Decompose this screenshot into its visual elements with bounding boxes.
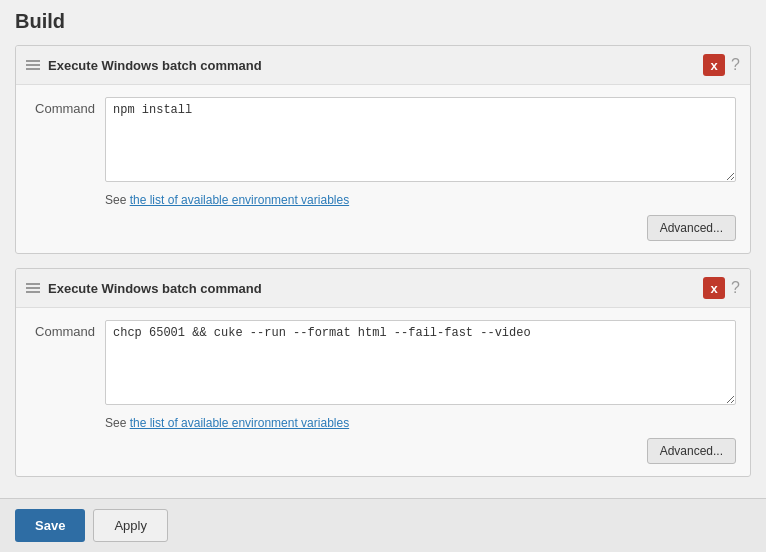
help-icon-1[interactable]: ? — [731, 56, 740, 74]
delete-step-1-button[interactable]: x — [703, 54, 725, 76]
command-field-2: chcp 65001 && cuke --run --format html -… — [105, 320, 736, 408]
advanced-button-1[interactable]: Advanced... — [647, 215, 736, 241]
command-field-1: npm install — [105, 97, 736, 185]
drag-handle-2[interactable] — [26, 283, 40, 293]
step-2-title: Execute Windows batch command — [48, 281, 703, 296]
step-2-body: Command chcp 65001 && cuke --run --forma… — [16, 308, 750, 476]
command-row-1: Command npm install — [30, 97, 736, 185]
step-1-title: Execute Windows batch command — [48, 58, 703, 73]
env-link-row-2: See the list of available environment va… — [105, 416, 736, 430]
env-link-prefix-1: See — [105, 193, 130, 207]
env-link-1[interactable]: the list of available environment variab… — [130, 193, 349, 207]
env-link-prefix-2: See — [105, 416, 130, 430]
command-row-2: Command chcp 65001 && cuke --run --forma… — [30, 320, 736, 408]
build-step-2: Execute Windows batch command x ? Comman… — [15, 268, 751, 477]
build-step-1: Execute Windows batch command x ? Comman… — [15, 45, 751, 254]
command-textarea-2[interactable]: chcp 65001 && cuke --run --format html -… — [105, 320, 736, 405]
help-icon-2[interactable]: ? — [731, 279, 740, 297]
apply-button[interactable]: Apply — [93, 509, 168, 542]
step-1-body: Command npm install See the list of avai… — [16, 85, 750, 253]
step-1-header: Execute Windows batch command x ? — [16, 46, 750, 85]
save-button[interactable]: Save — [15, 509, 85, 542]
env-link-row-1: See the list of available environment va… — [105, 193, 736, 207]
drag-handle-1[interactable] — [26, 60, 40, 70]
step-2-header: Execute Windows batch command x ? — [16, 269, 750, 308]
advanced-button-2[interactable]: Advanced... — [647, 438, 736, 464]
advanced-row-1: Advanced... — [30, 215, 736, 241]
advanced-row-2: Advanced... — [30, 438, 736, 464]
footer-bar: Save Apply — [0, 498, 766, 552]
page-title: Build — [15, 10, 751, 33]
env-link-2[interactable]: the list of available environment variab… — [130, 416, 349, 430]
command-textarea-1[interactable]: npm install — [105, 97, 736, 182]
page-container: Build Execute Windows batch command x ? … — [0, 0, 766, 546]
delete-step-2-button[interactable]: x — [703, 277, 725, 299]
command-label-2: Command — [30, 320, 95, 339]
command-label-1: Command — [30, 97, 95, 116]
